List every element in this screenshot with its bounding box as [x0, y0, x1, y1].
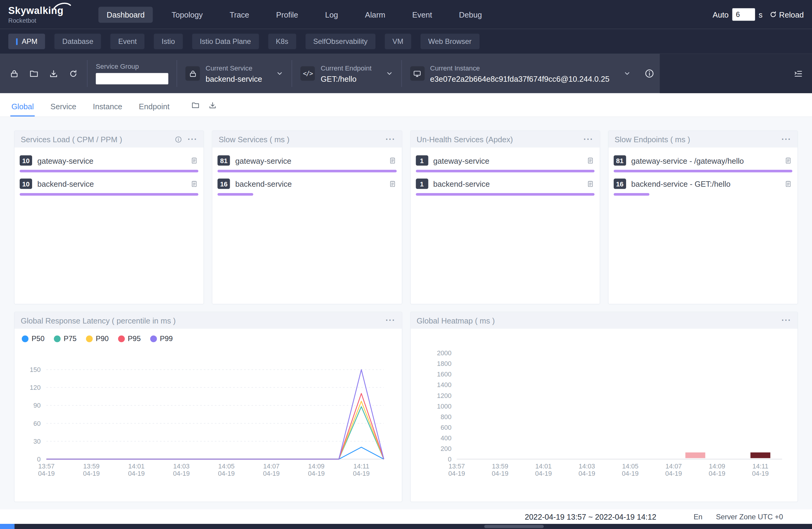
- current-endpoint-value: GET:/hello: [321, 74, 372, 83]
- copy-icon[interactable]: [784, 180, 792, 188]
- service-group-selector: Service Group: [87, 54, 176, 93]
- template-settings-button[interactable]: [790, 66, 806, 81]
- nav-item-trace[interactable]: Trace: [221, 6, 257, 23]
- chevron-down-icon: [623, 70, 630, 77]
- svg-text:04-19: 04-19: [83, 470, 100, 477]
- stat-rows: 81 gateway-service 16 backend-service: [213, 147, 402, 195]
- copy-icon[interactable]: [190, 157, 198, 165]
- copy-icon[interactable]: [388, 157, 396, 165]
- svg-text:1400: 1400: [437, 382, 451, 389]
- svg-text:13:57: 13:57: [38, 463, 55, 470]
- card-menu-button[interactable]: ···: [386, 316, 395, 324]
- copy-icon[interactable]: [190, 180, 198, 188]
- tab-istio-data-plane[interactable]: Istio Data Plane: [192, 33, 259, 49]
- svg-text:400: 400: [440, 435, 451, 442]
- reload-button[interactable]: Reload: [769, 10, 804, 19]
- legend-item[interactable]: P99: [150, 334, 173, 342]
- lock-button[interactable]: [6, 66, 22, 81]
- tab-vm[interactable]: VM: [385, 33, 411, 49]
- value-bar: [614, 193, 649, 196]
- service-row[interactable]: 10 gateway-service: [20, 153, 199, 173]
- export-template-button[interactable]: [46, 66, 61, 81]
- card-menu-button[interactable]: ···: [781, 316, 791, 324]
- card-info-button[interactable]: [175, 135, 183, 143]
- card-menu-button[interactable]: ···: [781, 135, 791, 143]
- current-endpoint-selector[interactable]: </> Current Endpoint GET:/hello: [292, 54, 401, 93]
- footer-bar: 2022-04-19 13:57 ~ 2022-04-19 14:12 En S…: [0, 509, 812, 524]
- svg-text:14:05: 14:05: [218, 463, 235, 470]
- svg-text:14:11: 14:11: [752, 463, 768, 470]
- nav-item-topology[interactable]: Topology: [163, 6, 211, 23]
- svg-text:04-19: 04-19: [353, 470, 370, 477]
- app-logo[interactable]: Skywalking Rocketbot: [8, 5, 85, 24]
- endpoint-row[interactable]: 81 gateway-service - /gateway/hello: [614, 153, 793, 173]
- tab-database[interactable]: Database: [55, 33, 101, 49]
- service-lock-iconbox: [185, 66, 200, 81]
- tab-istio[interactable]: Istio: [154, 33, 183, 49]
- export-view-button[interactable]: [208, 101, 217, 110]
- nav-item-alarm[interactable]: Alarm: [357, 6, 394, 23]
- view-tab-endpoint[interactable]: Endpoint: [138, 95, 171, 116]
- svg-text:04-19: 04-19: [128, 470, 145, 477]
- selector-toolbar: Service Group Current Service backend-se…: [0, 54, 812, 93]
- copy-icon[interactable]: [784, 157, 792, 165]
- tab-web-browser[interactable]: Web Browser: [421, 33, 480, 49]
- tab-label: K8s: [276, 37, 288, 45]
- current-instance-selector[interactable]: Current Instance e3e07e2a2b664e8c91fda37…: [402, 54, 639, 93]
- svg-text:14:07: 14:07: [263, 463, 279, 470]
- legend-dot: [86, 335, 93, 342]
- card-menu-button[interactable]: ···: [583, 135, 593, 143]
- svg-text:90: 90: [33, 402, 41, 409]
- nav-item-dashboard[interactable]: Dashboard: [98, 6, 153, 23]
- svg-text:04-19: 04-19: [218, 470, 235, 477]
- view-tab-actions: [191, 101, 217, 117]
- language-selector[interactable]: En: [694, 512, 702, 520]
- copy-icon[interactable]: [388, 180, 396, 188]
- service-row[interactable]: 1 backend-service: [416, 176, 595, 196]
- svg-text:200: 200: [440, 445, 451, 453]
- legend-item[interactable]: P50: [22, 334, 44, 342]
- view-tab-service[interactable]: Service: [49, 95, 77, 116]
- service-row[interactable]: 16 backend-service: [218, 176, 396, 196]
- nav-item-event[interactable]: Event: [404, 6, 440, 23]
- svg-text:04-19: 04-19: [752, 470, 768, 477]
- time-range-picker[interactable]: 2022-04-19 13:57 ~ 2022-04-19 14:12: [525, 512, 656, 521]
- legend-item[interactable]: P75: [54, 334, 77, 342]
- value-bar: [218, 193, 253, 196]
- legend-item[interactable]: P90: [86, 334, 109, 342]
- endpoint-row[interactable]: 16 backend-service - GET:/hello: [614, 176, 793, 196]
- view-tab-instance[interactable]: Instance: [92, 95, 123, 116]
- current-service-selector[interactable]: Current Service backend-service: [177, 54, 292, 93]
- import-template-button[interactable]: [26, 66, 42, 81]
- service-group-input[interactable]: [96, 73, 168, 85]
- copy-icon[interactable]: [586, 157, 594, 165]
- refresh-dashboard-button[interactable]: [66, 66, 81, 81]
- tab-apm[interactable]: APM: [8, 33, 45, 49]
- horizontal-scrollbar-thumb[interactable]: [484, 525, 544, 528]
- copy-icon[interactable]: [586, 180, 594, 188]
- import-view-button[interactable]: [191, 101, 200, 110]
- auto-interval-input[interactable]: [733, 8, 755, 20]
- service-row[interactable]: 81 gateway-service: [218, 153, 396, 173]
- value-badge: 10: [20, 179, 32, 189]
- nav-item-profile[interactable]: Profile: [268, 6, 306, 23]
- server-zone-selector[interactable]: Server Zone UTC +0: [716, 512, 783, 520]
- refresh-icon: [68, 69, 78, 78]
- card-menu-button[interactable]: ···: [386, 135, 395, 143]
- svg-text:800: 800: [440, 413, 451, 421]
- legend-item[interactable]: P95: [118, 334, 141, 342]
- toolbar-info-button[interactable]: [639, 54, 660, 93]
- card-menu-button[interactable]: ···: [188, 135, 198, 143]
- view-tab-global[interactable]: Global: [10, 95, 35, 116]
- service-name: backend-service: [37, 179, 94, 188]
- nav-item-debug[interactable]: Debug: [451, 6, 490, 23]
- tab-k8s[interactable]: K8s: [268, 33, 296, 49]
- skywalking-dashboard: Skywalking Rocketbot Dashboard Topology …: [0, 0, 812, 529]
- service-row[interactable]: 10 backend-service: [20, 176, 199, 196]
- bottom-strip: [0, 524, 812, 529]
- tab-event[interactable]: Event: [111, 33, 145, 49]
- service-row[interactable]: 1 gateway-service: [416, 153, 595, 173]
- svg-text:04-19: 04-19: [263, 470, 280, 477]
- nav-item-log[interactable]: Log: [317, 6, 346, 23]
- tab-selfobservability[interactable]: SelfObservability: [305, 33, 375, 49]
